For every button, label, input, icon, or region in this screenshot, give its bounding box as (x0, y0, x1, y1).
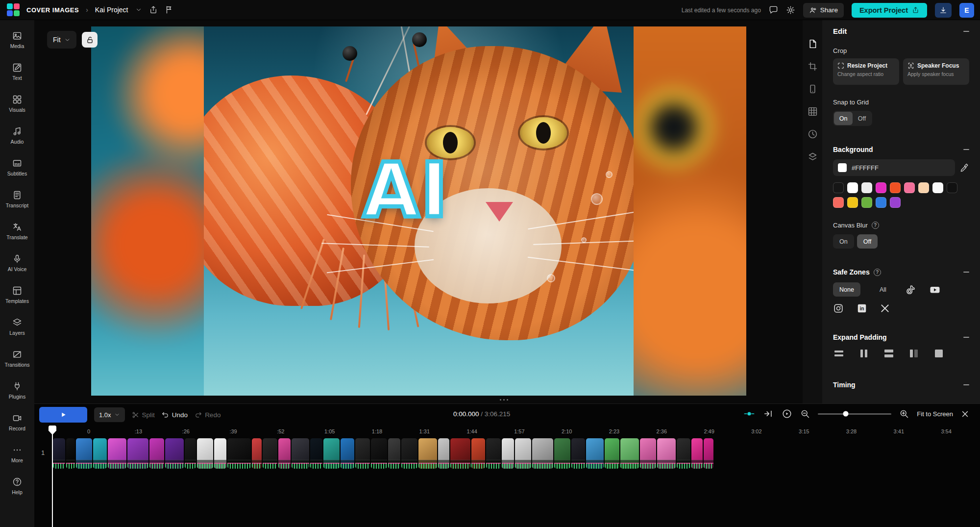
timeline-clip[interactable] (438, 438, 449, 469)
timeline-clip[interactable] (278, 438, 291, 469)
padding-full-icon[interactable] (933, 348, 945, 359)
timeline-clip[interactable] (185, 438, 196, 469)
linkedin-safe-zone-icon[interactable]: in (857, 303, 867, 314)
color-swatch[interactable] (847, 197, 858, 208)
sidebar-item-translate[interactable]: Translate (0, 215, 34, 247)
timeline-clip[interactable] (292, 438, 309, 469)
comments-icon[interactable] (769, 5, 778, 15)
timeline-clip[interactable] (515, 438, 531, 469)
snap-playhead-icon[interactable] (743, 408, 755, 420)
color-swatch[interactable] (833, 197, 844, 208)
timeline-clip[interactable] (586, 438, 604, 469)
canvas-blur-help-icon[interactable]: ? (872, 222, 879, 229)
timeline-clip[interactable] (66, 438, 75, 469)
timeline-clip[interactable] (252, 438, 262, 469)
color-swatch[interactable] (947, 182, 957, 193)
timeline-clip[interactable] (704, 438, 713, 469)
timeline-clip[interactable] (165, 438, 184, 469)
timeline-clip[interactable] (450, 438, 470, 469)
collapse-expand-padding-icon[interactable] (963, 337, 969, 338)
speaker-focus-button[interactable]: Speaker Focus Apply speaker focus (903, 58, 969, 85)
video-canvas[interactable]: AI (91, 26, 746, 396)
timeline-clip[interactable] (486, 438, 501, 469)
timeline-clip[interactable] (310, 438, 322, 469)
color-swatch[interactable] (932, 182, 943, 193)
timeline-clip[interactable] (263, 438, 277, 469)
background-color-field[interactable]: #FFFFFF (833, 159, 955, 176)
timeline-clip[interactable] (554, 438, 570, 469)
color-swatch[interactable] (918, 182, 929, 193)
undo-button[interactable]: Undo (162, 411, 188, 419)
timeline-clip[interactable] (532, 438, 553, 469)
x-safe-zone-icon[interactable] (880, 303, 890, 313)
publish-upload-icon[interactable] (149, 5, 158, 14)
timeline-resize-handle[interactable] (500, 399, 508, 401)
sidebar-item-ai-voice[interactable]: AI Voice (0, 247, 34, 279)
instagram-safe-zone-icon[interactable] (833, 303, 844, 314)
brand-flag-icon[interactable] (165, 5, 173, 14)
collapse-background-icon[interactable] (963, 149, 969, 150)
canvas-blur-off-button[interactable]: Off (857, 234, 878, 249)
frames-grid-tab-icon[interactable] (808, 106, 818, 117)
breadcrumb-project-name[interactable]: Kai Project (95, 6, 128, 14)
timeline-clip[interactable] (108, 438, 126, 469)
timeline-clip[interactable] (76, 438, 92, 469)
timeline-clip[interactable] (388, 438, 400, 469)
timeline-clip[interactable] (657, 438, 676, 469)
color-swatch[interactable] (876, 197, 886, 208)
split-button[interactable]: Split (132, 411, 155, 419)
padding-vertical-bars-icon[interactable] (858, 348, 870, 359)
color-swatch[interactable] (890, 182, 901, 193)
padding-horizontal-bars-icon[interactable] (833, 348, 845, 359)
timeline-clip[interactable] (214, 438, 226, 469)
zoom-out-icon[interactable] (800, 409, 810, 419)
tiktok-safe-zone-icon[interactable] (906, 284, 916, 295)
play-button[interactable] (39, 407, 87, 423)
settings-gear-icon[interactable] (786, 5, 795, 15)
loop-playback-icon[interactable] (782, 408, 792, 419)
timeline-clip[interactable] (371, 438, 387, 469)
redo-button[interactable]: Redo (195, 411, 220, 419)
padding-top-bottom-icon[interactable] (883, 348, 895, 359)
sidebar-item-record[interactable]: Record (0, 406, 34, 438)
timeline-clip[interactable] (355, 438, 370, 469)
resize-project-button[interactable]: Resize Project Change aspect ratio (833, 58, 899, 85)
timeline-clip[interactable] (127, 438, 148, 469)
timeline-clip[interactable] (197, 438, 213, 469)
fit-to-screen-button[interactable]: Fit to Screen (917, 410, 953, 418)
sidebar-item-text[interactable]: Text (0, 56, 34, 88)
sidebar-item-transitions[interactable]: Transitions (0, 343, 34, 375)
timeline-zoom-slider[interactable] (818, 413, 891, 415)
close-timeline-icon[interactable] (961, 410, 969, 418)
safe-zones-help-icon[interactable]: ? (874, 269, 881, 276)
sidebar-item-layers[interactable]: Layers (0, 311, 34, 343)
lock-toggle-button[interactable] (82, 32, 98, 48)
sidebar-item-media[interactable]: Media (0, 24, 34, 56)
device-preview-tab-icon[interactable] (808, 84, 818, 94)
sidebar-item-help[interactable]: Help (0, 470, 34, 502)
snap-off-button[interactable]: Off (853, 112, 871, 125)
timeline-clip[interactable] (418, 438, 437, 469)
sidebar-item-templates[interactable]: Templates (0, 279, 34, 311)
document-tab-icon[interactable] (808, 39, 818, 49)
timeline-clip[interactable] (149, 438, 164, 469)
sidebar-item-more[interactable]: More (0, 438, 34, 470)
timeline-clip[interactable] (93, 438, 107, 469)
canvas-text-layer[interactable]: AI (363, 147, 449, 234)
sidebar-item-audio[interactable]: Audio (0, 120, 34, 151)
app-logo[interactable] (7, 3, 20, 16)
timeline-clip[interactable] (605, 438, 619, 469)
export-project-button[interactable]: Export Project (852, 3, 927, 18)
breadcrumb-workspace[interactable]: COVER IMAGES (26, 6, 79, 14)
timeline-clip[interactable] (571, 438, 585, 469)
sidebar-item-visuals[interactable]: Visuals (0, 88, 34, 120)
timeline-clip[interactable] (677, 438, 690, 469)
crop-resize-tab-icon[interactable] (808, 61, 818, 72)
sidebar-item-subtitles[interactable]: Subtitles (0, 151, 34, 183)
canvas-main-frame[interactable]: AI (204, 26, 634, 396)
sidebar-item-transcript[interactable]: Transcript (0, 183, 34, 215)
share-button[interactable]: Share (803, 3, 844, 18)
color-swatch[interactable] (833, 182, 844, 193)
collapse-edit-icon[interactable] (963, 31, 969, 32)
sidebar-item-plugins[interactable]: Plugins (0, 375, 34, 406)
